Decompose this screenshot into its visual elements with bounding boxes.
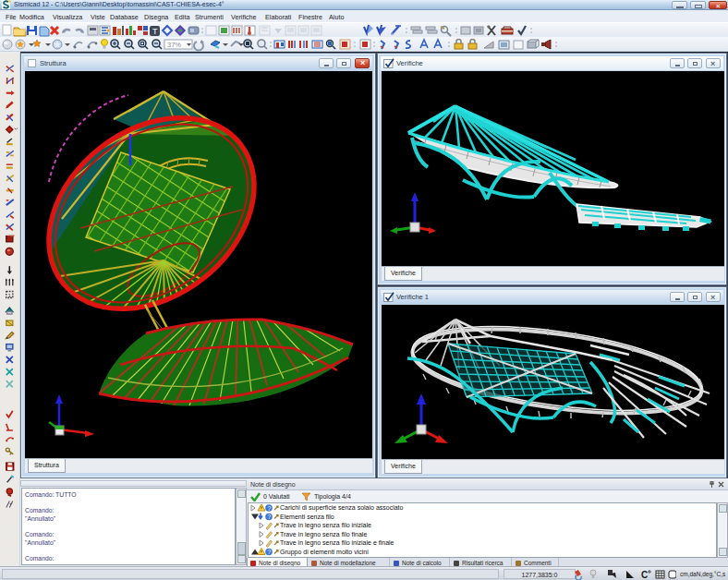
svg-text:C: C [641, 570, 648, 580]
svg-text:?: ? [268, 549, 272, 555]
svg-text:?: ? [268, 505, 272, 512]
svg-text:1: 1 [8, 292, 12, 298]
svg-text:37%: 37% [167, 41, 181, 49]
svg-text:+: + [9, 501, 12, 506]
svg-text:T: T [152, 27, 158, 36]
svg-text:?: ? [268, 514, 272, 520]
